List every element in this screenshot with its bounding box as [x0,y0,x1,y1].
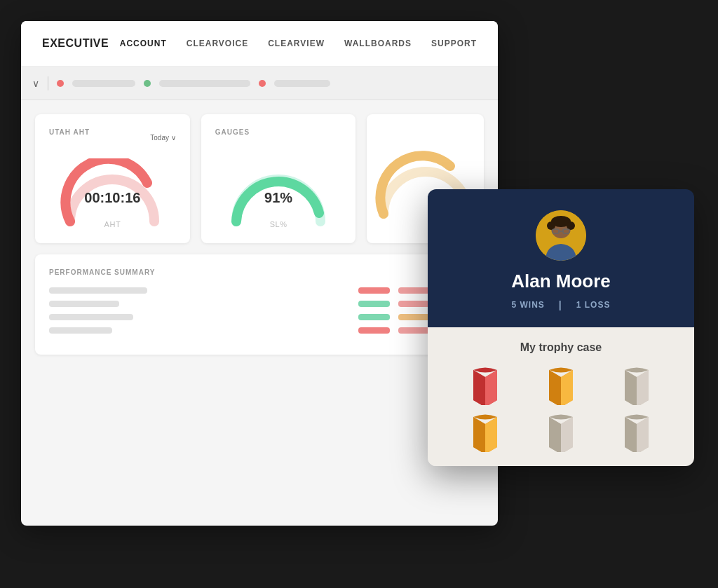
nav-account[interactable]: ACCOUNT [120,39,167,48]
profile-name: Alan Moore [511,271,611,292]
stats-divider: | [559,299,562,310]
browser-window: EXECUTIVE ACCOUNT CLEARVOICE CLEARVIEW W… [21,21,498,526]
trophy-title: My trophy case [445,341,677,354]
utah-aht-label: AHT [49,220,176,228]
card-title-row: UTAH AHT Today ∨ [49,128,176,147]
perf-title: PERFORMANCE SUMMARY [49,268,470,276]
gauges-title-row: GAUGES [215,128,342,147]
today-filter[interactable]: Today ∨ [150,134,175,142]
perf-pill-2b [398,301,430,307]
avatar [536,210,586,261]
trophy-item-6 [603,413,670,452]
perf-row-3 [49,314,470,320]
status-dot-green [144,80,151,87]
gauges-card: GAUGES 91% SL% [201,114,356,243]
gauges-gauge-container: 91% [215,158,342,206]
chevron-down-icon[interactable]: ∨ [32,78,39,89]
perf-pill-1b [398,287,430,294]
perf-label-bar-4 [49,327,112,334]
trophy-grid [445,367,677,452]
toolbar-divider [48,76,48,90]
gauges-value: 91% [264,190,292,206]
gauges-label: SL% [215,220,342,228]
nav-links: ACCOUNT CLEARVOICE CLEARVIEW WALLBOARDS … [120,39,477,48]
profile-header: Alan Moore 5 WINS | 1 LOSS [428,189,694,327]
cards-row: UTAH AHT Today ∨ 00:10:16 AHT [35,114,484,243]
content-area: UTAH AHT Today ∨ 00:10:16 AHT [21,100,498,369]
wins-stat: 5 WINS [512,300,545,310]
status-dot-red [57,80,64,87]
perf-label-bar-3 [49,314,133,320]
trophy-item-4 [452,413,519,452]
perf-row-2 [49,301,470,307]
profile-stats: 5 WINS | 1 LOSS [512,299,611,310]
profile-card: Alan Moore 5 WINS | 1 LOSS My trophy cas… [428,189,694,466]
toolbar-pill-2 [159,80,250,87]
performance-summary-card: PERFORMANCE SUMMARY [35,254,484,355]
trophy-item-1 [452,367,519,405]
trophy-book-gray-2 [543,413,578,452]
perf-pill-4a [358,327,390,334]
trophy-item-5 [527,413,595,452]
svg-point-4 [567,221,575,230]
trophy-item-3 [603,367,670,405]
nav-clearview[interactable]: CLEARVIEW [268,39,325,48]
toolbar-strip: ∨ [21,67,498,100]
nav-wallboards[interactable]: WALLBOARDS [344,39,412,48]
trophy-book-gray-3 [619,413,654,452]
trophy-item-2 [527,367,595,405]
svg-point-3 [547,221,555,230]
toolbar-pill-3 [274,80,330,87]
nav-bar: EXECUTIVE ACCOUNT CLEARVOICE CLEARVIEW W… [21,21,498,67]
trophy-book-orange-2 [468,413,503,452]
perf-pill-3b [398,314,430,320]
perf-pill-4b [398,327,430,334]
nav-logo: EXECUTIVE [42,37,109,50]
status-dot-red-2 [259,80,266,87]
utah-aht-value: 00:10:16 [84,190,140,206]
perf-row-4 [49,327,470,334]
trophy-book-red [468,367,503,405]
avatar-svg [536,210,586,261]
perf-pill-1a [358,287,390,294]
perf-label-bar-1 [49,287,147,294]
gauges-title: GAUGES [215,128,250,136]
third-title-row [381,128,470,139]
nav-support[interactable]: SUPPORT [431,39,477,48]
perf-pill-3a [358,314,390,320]
trophy-book-orange-1 [543,367,578,405]
perf-label-bar-2 [49,301,119,307]
utah-aht-card: UTAH AHT Today ∨ 00:10:16 AHT [35,114,190,243]
trophy-section: My trophy case [428,327,694,466]
perf-pill-2a [358,301,390,307]
perf-row-1 [49,287,470,294]
utah-gauge-container: 00:10:16 [49,158,176,206]
trophy-book-gray-1 [619,367,654,405]
utah-aht-title: UTAH AHT [49,128,90,136]
loss-stat: 1 LOSS [576,300,611,310]
nav-clearvoice[interactable]: CLEARVOICE [187,39,248,48]
toolbar-pill-1 [72,80,135,87]
